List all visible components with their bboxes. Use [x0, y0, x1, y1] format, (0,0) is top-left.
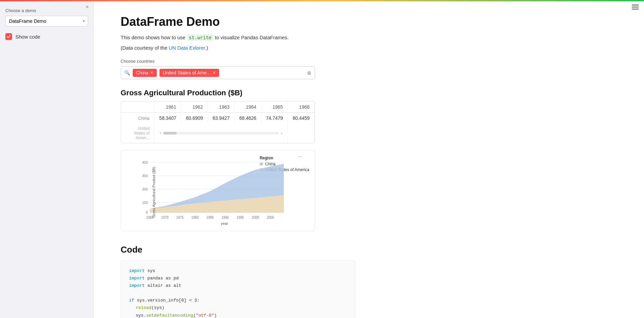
row-china-1964: 68.4626 [235, 113, 261, 124]
table-header-country [121, 102, 154, 113]
svg-text:2000: 2000 [252, 216, 259, 219]
tag-china-close[interactable]: ✕ [150, 70, 153, 75]
svg-text:100: 100 [142, 201, 148, 205]
demo-select[interactable]: DataFrame Demo [5, 16, 88, 26]
code-line-2: import pandas as pd [129, 275, 347, 282]
code-line-3: import altair as alt [129, 282, 347, 289]
y-axis-label: Gross Agricultural Product ($B) [152, 167, 156, 218]
country-selector[interactable]: 🔍 China ✕ United States of Ame... ✕ ⊗ [121, 66, 315, 79]
row-china-1965: 74.7479 [261, 113, 288, 124]
demo-label: Choose a demo [5, 8, 88, 13]
svg-text:1990: 1990 [221, 216, 229, 219]
svg-text:1985: 1985 [206, 216, 214, 219]
selector-clear-button[interactable]: ⊗ [307, 70, 311, 76]
svg-text:2005: 2005 [267, 216, 274, 219]
description: This demo shows how to use st.write to v… [121, 34, 617, 42]
svg-text:400: 400 [142, 161, 148, 164]
svg-text:1975: 1975 [176, 216, 184, 219]
code-line-6: sys.setdefaultencoding("utf-8") [129, 312, 347, 318]
table-header-1962: 1962 [181, 102, 208, 113]
demo-select-wrap: DataFrame Demo [5, 16, 88, 26]
tag-usa-close[interactable]: ✕ [212, 70, 216, 75]
code-line-blank [129, 289, 347, 297]
page-title: DataFrame Demo [121, 15, 617, 29]
scroll-left-button[interactable]: ‹ [159, 130, 162, 136]
table-header-1965: 1965 [261, 102, 288, 113]
row-china-1963: 63.9427 [208, 113, 235, 124]
row-usa-scrollbar[interactable]: ‹ › [154, 123, 288, 143]
table-header-1964: 1964 [235, 102, 261, 113]
chart-svg-wrap: 400 300 200 100 0 1965 1970 1975 1980 19… [140, 159, 309, 225]
un-data-link[interactable]: UN Data Exlorer [169, 45, 205, 51]
table-row-usa: United States of Ameri... ‹ › [121, 123, 315, 143]
row-usa-empty [288, 123, 315, 143]
code-section-title: Code [121, 245, 617, 255]
svg-text:1995: 1995 [237, 216, 244, 219]
scroll-track [163, 132, 279, 135]
code-line-4: if sys.version_info[0] < 3: [129, 297, 347, 304]
table-header-1966: 1966 [288, 102, 315, 113]
top-bar [0, 0, 644, 1]
show-code-checkbox-row[interactable]: Show code [5, 33, 88, 40]
main-content: DataFrame Demo This demo shows how to us… [94, 0, 644, 318]
search-icon: 🔍 [124, 70, 130, 75]
checkbox-icon [5, 33, 12, 40]
hamburger-menu[interactable] [632, 5, 639, 9]
table-header-1961: 1961 [154, 102, 181, 113]
tag-usa-label: United States of Ame... [163, 70, 211, 75]
svg-text:1980: 1980 [191, 216, 199, 219]
data-credit: (Data courtesy of the UN Data Exlorer.) [121, 45, 617, 51]
table-row-china: China 58.3407 60.6909 63.9427 68.4626 74… [121, 113, 315, 124]
tag-usa[interactable]: United States of Ame... ✕ [159, 69, 219, 77]
table-header-1963: 1963 [208, 102, 235, 113]
chart-svg: 400 300 200 100 0 1965 1970 1975 1980 19… [140, 159, 284, 219]
data-table: 1961 1962 1963 1964 1965 1966 China 58.3… [121, 102, 315, 143]
x-axis-label: year [140, 221, 309, 225]
scroll-right-button[interactable]: › [280, 130, 283, 136]
svg-text:0: 0 [146, 211, 148, 214]
svg-text:300: 300 [142, 174, 148, 178]
svg-text:1970: 1970 [161, 216, 169, 219]
row-usa-label: United States of Ameri... [121, 123, 154, 143]
tag-china-label: China [136, 70, 148, 75]
code-line-1: import sys [129, 267, 347, 275]
row-china-1966: 80.4459 [288, 113, 315, 124]
chart-section-title: Gross Agricultural Production ($B) [121, 89, 617, 97]
data-table-wrap: 1961 1962 1963 1964 1965 1966 China 58.3… [121, 101, 315, 143]
chart-container: ··· Region China United States of Americ… [121, 150, 315, 231]
sidebar-close-button[interactable]: × [86, 4, 89, 10]
chart-area: Gross Agricultural Product ($B) 400 300 … [126, 159, 309, 225]
show-code-label: Show code [15, 34, 40, 40]
scroll-thumb [163, 132, 177, 135]
code-block: import sys import pandas as pd import al… [121, 260, 355, 318]
svg-text:200: 200 [142, 188, 148, 191]
row-china-1962: 60.6909 [181, 113, 208, 124]
code-inline: st.write [187, 34, 213, 41]
row-china-1961: 58.3407 [154, 113, 181, 124]
code-line-5: reload(sys) [129, 304, 347, 312]
table-header-row: 1961 1962 1963 1964 1965 1966 [121, 102, 315, 113]
sidebar: × Choose a demo DataFrame Demo Show code [0, 0, 94, 318]
row-china-label: China [121, 113, 154, 124]
countries-label: Choose countries [121, 59, 617, 64]
tag-china[interactable]: China ✕ [133, 69, 157, 77]
